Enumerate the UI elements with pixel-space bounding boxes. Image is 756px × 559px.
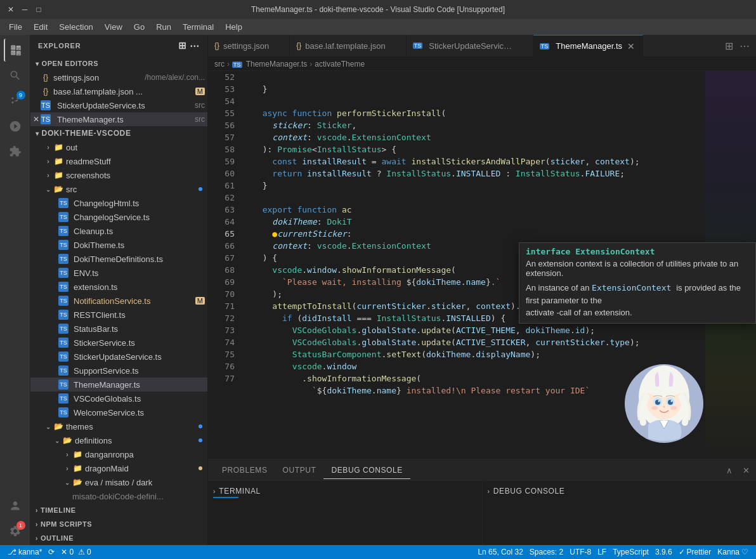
tree-welcome[interactable]: TS WelcomeService.ts	[30, 405, 207, 419]
tree-extension[interactable]: TS extension.ts	[30, 280, 207, 294]
tab-sticker-update[interactable]: TS StickerUpdateService.ts ✕	[407, 35, 533, 56]
outline-section[interactable]: › OUTLINE	[30, 531, 207, 545]
more-tab-actions-icon[interactable]: ⋯	[738, 39, 751, 53]
close-editor-icon[interactable]: ✕	[33, 115, 39, 124]
ts-icon17: TS	[58, 393, 68, 404]
tab-close-icon2[interactable]: ✕	[389, 41, 400, 51]
debug-label: DEBUG CONSOLE	[493, 487, 565, 496]
status-sync[interactable]: ⟳	[46, 548, 57, 556]
tab-close-icon[interactable]: ✕	[273, 41, 283, 51]
activity-explorer[interactable]	[4, 39, 27, 62]
status-prettier[interactable]: ✓ Prettier	[676, 548, 714, 556]
menu-edit[interactable]: Edit	[29, 21, 53, 33]
more-actions-icon[interactable]: ⋯	[190, 40, 200, 51]
tree-changelog-service[interactable]: TS ChangelogService.ts	[30, 210, 207, 224]
ts-label: ChangelogHtml.ts	[74, 199, 207, 208]
open-editor-base-template[interactable]: {} base.laf.template.json ... M	[30, 84, 207, 98]
tree-danganronpa[interactable]: › 📁 danganronpa	[30, 447, 207, 461]
maximize-button[interactable]: □	[34, 5, 43, 14]
status-position[interactable]: Ln 65, Col 32	[475, 548, 525, 556]
split-editor-icon[interactable]: ⊞	[724, 39, 734, 53]
tree-changelog-html[interactable]: TS ChangelogHtml.ts	[30, 196, 207, 210]
tab-base-template[interactable]: {} base.laf.template.json ✕	[290, 35, 406, 56]
tree-notification[interactable]: TS NotificationService.ts M	[30, 294, 207, 308]
tree-support[interactable]: TS SupportService.ts	[30, 364, 207, 378]
tab-label: settings.json	[223, 41, 269, 51]
breadcrumb-file[interactable]: TS ThemeManager.ts	[232, 60, 307, 69]
json-tab-icon: {}	[214, 41, 219, 50]
tab-close-icon3[interactable]: ✕	[516, 41, 526, 51]
tree-vscode-globals[interactable]: TS VSCodeGlobals.ts	[30, 391, 207, 405]
status-theme[interactable]: Kanna ♡	[715, 548, 751, 556]
themes-label: themes	[66, 422, 199, 431]
open-editor-sticker-update[interactable]: TS StickerUpdateService.ts src	[30, 98, 207, 112]
status-encoding[interactable]: UTF-8	[567, 548, 594, 556]
status-line-ending[interactable]: LF	[595, 548, 609, 556]
open-editor-theme-manager[interactable]: ✕ TS ThemeManager.ts src	[30, 112, 207, 126]
activity-settings[interactable]: 1	[4, 520, 27, 543]
editor-content[interactable]: 52 53 54 55 56 57 58 59 60 61 62 63 64 6…	[208, 71, 756, 459]
tree-themes[interactable]: ⌄ 📂 themes	[30, 419, 207, 433]
menu-terminal[interactable]: Terminal	[178, 21, 219, 33]
tree-definitions[interactable]: ⌄ 📂 definitions	[30, 433, 207, 447]
tree-rest[interactable]: TS RESTClient.ts	[30, 308, 207, 322]
status-spaces[interactable]: Spaces: 2	[527, 548, 566, 556]
activity-search[interactable]	[4, 64, 27, 87]
status-language[interactable]: TypeScript	[610, 548, 651, 556]
ts-label6: ENV.ts	[74, 268, 207, 278]
window-controls[interactable]: ✕ ─ □	[6, 5, 43, 14]
tree-cleanup[interactable]: TS Cleanup.ts	[30, 224, 207, 238]
minimize-button[interactable]: ─	[20, 5, 29, 14]
collapse-panel-icon[interactable]: ∧	[726, 466, 733, 475]
tree-statusbar[interactable]: TS StatusBar.ts	[30, 322, 207, 336]
tree-dokitheme-def[interactable]: TS DokiThemeDefinitions.ts	[30, 252, 207, 266]
menu-run[interactable]: Run	[151, 21, 176, 33]
tree-sticker-service[interactable]: TS StickerService.ts	[30, 336, 207, 350]
timeline-section[interactable]: › TIMELINE	[30, 503, 207, 517]
activity-run[interactable]	[4, 115, 27, 138]
tree-src[interactable]: ⌄ 📂 src	[30, 182, 207, 196]
close-panel-icon[interactable]: ✕	[743, 466, 750, 475]
tree-env[interactable]: TS ENV.ts	[30, 266, 207, 280]
menu-selection[interactable]: Selection	[54, 21, 98, 33]
status-errors[interactable]: ✕ 0 ⚠ 0	[58, 548, 93, 556]
tree-misato-def[interactable]: misato-dokiCode-defini...	[30, 489, 207, 503]
panel-tab-output[interactable]: OUTPUT	[275, 462, 324, 478]
menu-file[interactable]: File	[4, 21, 27, 33]
breadcrumb-src[interactable]: src	[214, 60, 225, 69]
activity-source-control[interactable]: 9	[4, 89, 27, 112]
project-section[interactable]: ▾ DOKI-THEME-VSCODE	[30, 126, 207, 140]
panel-tab-problems[interactable]: PROBLEMS	[214, 462, 275, 478]
menu-view[interactable]: View	[100, 21, 127, 33]
tree-out[interactable]: › 📁 out	[30, 140, 207, 154]
open-editor-settings-json[interactable]: {} settings.json /home/alex/.con...	[30, 70, 207, 84]
tree-theme-manager[interactable]: TS ThemeManager.ts	[30, 378, 207, 391]
tree-dragonmaid[interactable]: › 📁 dragonMaid	[30, 461, 207, 475]
folder-label: out	[66, 143, 207, 152]
tab-close-icon4[interactable]: ✕	[626, 41, 636, 51]
menu-go[interactable]: Go	[129, 21, 150, 33]
tree-eva[interactable]: ⌄ 📂 eva / misato / dark	[30, 475, 207, 489]
open-editors-section[interactable]: ▾ OPEN EDITORS	[30, 56, 207, 70]
status-branch[interactable]: ⎇ kanna*	[5, 548, 44, 556]
tree-sticker-update[interactable]: TS StickerUpdateService.ts	[30, 350, 207, 364]
tree-readme[interactable]: › 📁 readmeStuff	[30, 154, 207, 168]
breadcrumb-function[interactable]: activateTheme	[315, 60, 365, 69]
line-numbers: 52 53 54 55 56 57 58 59 60 61 62 63 64 6…	[208, 71, 240, 459]
npm-scripts-section[interactable]: › NPM SCRIPTS	[30, 517, 207, 531]
tree-screenshots[interactable]: › 📁 screenshots	[30, 168, 207, 182]
menu-help[interactable]: Help	[220, 21, 247, 33]
activity-extensions[interactable]	[4, 140, 27, 163]
tab-settings-json[interactable]: {} settings.json ✕	[208, 35, 290, 56]
hover-tooltip: interface interface ExtensionContextExte…	[519, 242, 756, 324]
close-button[interactable]: ✕	[6, 5, 15, 14]
ts-icon4: TS	[58, 212, 68, 222]
new-file-icon[interactable]: ⊞	[178, 40, 187, 51]
tab-theme-manager[interactable]: TS ThemeManager.ts ✕	[533, 35, 643, 56]
status-version[interactable]: 3.9.6	[653, 548, 675, 556]
panel-tab-debug-console[interactable]: DEBUG CONSOLE	[323, 462, 410, 479]
activity-account[interactable]	[4, 494, 27, 517]
error-count: 0	[69, 548, 74, 556]
tree-dokitheme[interactable]: TS DokiTheme.ts	[30, 238, 207, 252]
file-label2: base.laf.template.json ...	[53, 87, 195, 96]
